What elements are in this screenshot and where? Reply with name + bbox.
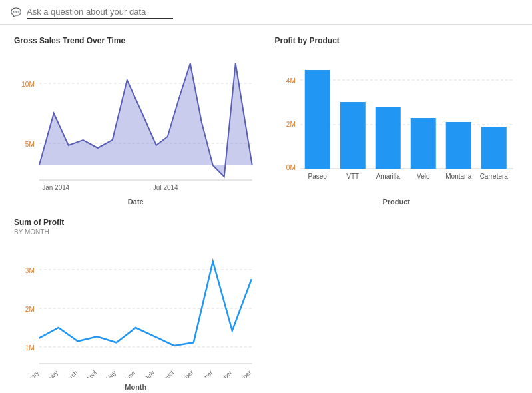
svg-text:Paseo: Paseo bbox=[308, 173, 327, 180]
svg-text:VTT: VTT bbox=[346, 173, 359, 180]
gross-sales-chart: 10M 5M Jan 2014 Jul 2014 bbox=[14, 47, 258, 193]
svg-text:August: August bbox=[157, 369, 175, 378]
svg-text:3M: 3M bbox=[25, 267, 35, 274]
dashboard: Gross Sales Trend Over Time 10M 5M Jan 2… bbox=[0, 25, 532, 392]
sum-profit-line bbox=[39, 262, 252, 346]
top-bar: 💬 bbox=[0, 0, 532, 25]
svg-text:Jul 2014: Jul 2014 bbox=[153, 184, 178, 191]
profit-product-panel: Profit by Product 0M 2M 4M Paseo VTT Ama… bbox=[266, 30, 527, 212]
svg-text:Velo: Velo bbox=[417, 173, 430, 180]
gross-sales-title: Gross Sales Trend Over Time bbox=[14, 36, 258, 45]
svg-text:February: February bbox=[38, 369, 60, 378]
svg-text:4M: 4M bbox=[286, 77, 295, 85]
svg-text:Carretera: Carretera bbox=[479, 173, 508, 180]
profit-product-chart: 0M 2M 4M Paseo VTT Amarilla Velo Montana bbox=[275, 47, 519, 193]
chat-icon: 💬 bbox=[11, 7, 21, 17]
bar-vtt[interactable] bbox=[340, 102, 365, 169]
gross-sales-panel: Gross Sales Trend Over Time 10M 5M Jan 2… bbox=[5, 30, 266, 212]
empty-panel bbox=[266, 212, 527, 393]
svg-text:1M: 1M bbox=[25, 344, 35, 352]
profit-product-x-label: Product bbox=[275, 198, 519, 206]
bar-velo[interactable] bbox=[410, 118, 435, 169]
svg-text:March: March bbox=[62, 369, 79, 378]
svg-text:Montana: Montana bbox=[445, 173, 471, 180]
bar-paseo[interactable] bbox=[304, 70, 330, 169]
svg-text:Jan 2014: Jan 2014 bbox=[42, 184, 70, 191]
sum-profit-x-label: Month bbox=[14, 383, 258, 391]
svg-text:July: July bbox=[144, 369, 156, 378]
ask-question-input[interactable] bbox=[27, 5, 173, 19]
svg-text:May: May bbox=[105, 369, 117, 378]
sum-profit-title: Sum of Profit bbox=[14, 218, 258, 227]
gross-sales-x-label: Date bbox=[14, 198, 258, 206]
svg-text:Amarilla: Amarilla bbox=[376, 173, 400, 180]
svg-text:2M: 2M bbox=[25, 306, 35, 313]
svg-text:January: January bbox=[20, 369, 40, 378]
svg-text:October: October bbox=[194, 369, 214, 378]
svg-text:June: June bbox=[123, 369, 136, 378]
bar-montana[interactable] bbox=[445, 122, 471, 169]
svg-text:0M: 0M bbox=[286, 164, 295, 171]
sum-profit-subtitle: BY MONTH bbox=[14, 228, 258, 236]
svg-text:10M: 10M bbox=[21, 81, 34, 88]
bar-amarilla[interactable] bbox=[375, 107, 400, 169]
profit-product-title: Profit by Product bbox=[275, 36, 519, 45]
svg-text:April: April bbox=[85, 369, 98, 378]
sum-profit-chart: 1M 2M 3M January February March April Ma… bbox=[14, 238, 258, 378]
svg-text:2M: 2M bbox=[286, 121, 295, 128]
svg-text:5M: 5M bbox=[25, 141, 35, 148]
bar-carretera[interactable] bbox=[481, 127, 506, 169]
sum-profit-panel: Sum of Profit BY MONTH 1M 2M 3M January … bbox=[5, 212, 266, 393]
